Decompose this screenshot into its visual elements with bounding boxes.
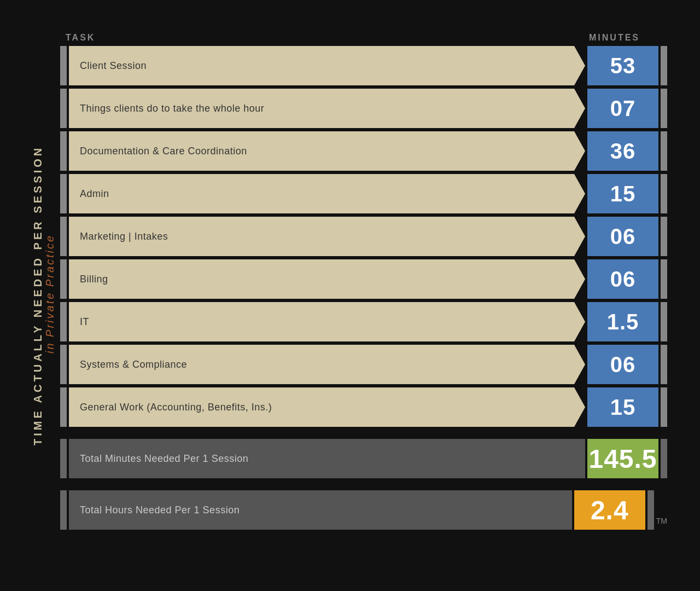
total-bar-body: Total Hours Needed Per 1 Session — [69, 490, 572, 530]
value-text: 06 — [610, 224, 636, 249]
total-value-box: 145.5 — [587, 439, 658, 478]
right-accent — [661, 345, 667, 384]
total-bar-label: Total Hours Needed Per 1 Session — [80, 505, 240, 516]
left-accent-total — [60, 490, 67, 530]
left-accent — [60, 46, 67, 85]
y-axis-label: TIME ACTUALLY NEEDED PER SESSION in Priv… — [27, 27, 60, 564]
bar-row: Marketing | Intakes 06 — [60, 217, 667, 256]
bar-body: IT — [69, 302, 585, 341]
bar-body: Systems & Compliance — [69, 345, 585, 384]
bar-label: Things clients do to take the whole hour — [80, 103, 264, 114]
left-accent — [60, 259, 67, 299]
right-accent-total — [661, 439, 667, 478]
left-accent — [60, 89, 67, 128]
value-box: 15 — [587, 387, 658, 427]
right-accent — [661, 89, 667, 128]
right-accent — [661, 217, 667, 256]
left-accent — [60, 345, 67, 384]
left-accent — [60, 217, 67, 256]
bar-label: Client Session — [80, 60, 147, 72]
total-bar-label: Total Minutes Needed Per 1 Session — [80, 453, 248, 465]
bar-row: IT 1.5 — [60, 302, 667, 341]
bar-row: Billing 06 — [60, 259, 667, 299]
value-box: 36 — [587, 131, 658, 171]
bar-body: Marketing | Intakes — [69, 217, 585, 256]
value-box: 06 — [587, 259, 658, 299]
right-accent — [661, 131, 667, 171]
total-bar-row: Total Hours Needed Per 1 Session 2.4 TM — [60, 490, 667, 530]
bar-label: Marketing | Intakes — [80, 231, 168, 242]
left-accent — [60, 174, 67, 213]
bar-label: Admin — [80, 188, 109, 200]
value-box: 53 — [587, 46, 658, 85]
value-text: 06 — [610, 352, 636, 377]
value-box: 1.5 — [587, 302, 658, 341]
right-accent-total — [648, 490, 654, 530]
right-accent — [661, 174, 667, 213]
bar-body: Admin — [69, 174, 585, 213]
value-text: 53 — [610, 54, 636, 78]
value-text: 36 — [610, 139, 636, 164]
tm-label: TM — [654, 517, 667, 530]
header-task: TASK — [66, 33, 589, 43]
value-text: 06 — [610, 267, 636, 292]
right-accent — [661, 46, 667, 85]
bar-label: IT — [80, 316, 89, 328]
value-text: 07 — [610, 96, 636, 121]
y-axis-upper: TIME ACTUALLY NEEDED PER SESSION — [32, 146, 44, 445]
bar-row: General Work (Accounting, Benefits, Ins.… — [60, 387, 667, 427]
header-row: TASK MINUTES — [60, 33, 667, 43]
bar-label: Systems & Compliance — [80, 359, 187, 370]
value-box: 07 — [587, 89, 658, 128]
value-box: 06 — [587, 217, 658, 256]
right-accent — [661, 259, 667, 299]
bar-label: General Work (Accounting, Benefits, Ins.… — [80, 402, 272, 413]
value-box: 15 — [587, 174, 658, 213]
left-accent — [60, 302, 67, 341]
bar-row: Things clients do to take the whole hour… — [60, 89, 667, 128]
left-accent — [60, 131, 67, 171]
value-text: 15 — [610, 182, 636, 206]
bar-row: Admin 15 — [60, 174, 667, 213]
bar-label: Documentation & Care Coordination — [80, 146, 247, 157]
total-bar-row: Total Minutes Needed Per 1 Session 145.5 — [60, 439, 667, 478]
value-box: 06 — [587, 345, 658, 384]
total-value-box: 2.4 — [574, 490, 645, 530]
left-accent-total — [60, 439, 67, 478]
bar-row: Systems & Compliance 06 — [60, 345, 667, 384]
bar-body: Client Session — [69, 46, 585, 85]
main-content: TASK MINUTES Client Session 53 Things cl… — [60, 27, 673, 564]
y-axis-lower: in Private Practice — [44, 234, 56, 354]
total-value-text: 2.4 — [591, 495, 629, 525]
value-text: 1.5 — [607, 310, 639, 334]
bar-row: Client Session 53 — [60, 46, 667, 85]
total-value-text: 145.5 — [588, 444, 657, 474]
bar-label: Billing — [80, 274, 108, 285]
left-accent — [60, 387, 67, 427]
bar-body: General Work (Accounting, Benefits, Ins.… — [69, 387, 585, 427]
right-accent — [661, 387, 667, 427]
chart-container: TIME ACTUALLY NEEDED PER SESSION in Priv… — [27, 27, 673, 564]
value-text: 15 — [610, 395, 636, 420]
total-bar-body: Total Minutes Needed Per 1 Session — [69, 439, 585, 478]
bar-body: Billing — [69, 259, 585, 299]
right-accent — [661, 302, 667, 341]
rows-area: Client Session 53 Things clients do to t… — [60, 46, 667, 558]
bar-body: Things clients do to take the whole hour — [69, 89, 585, 128]
bar-row: Documentation & Care Coordination 36 — [60, 131, 667, 171]
header-minutes: MINUTES — [589, 33, 640, 43]
bar-body: Documentation & Care Coordination — [69, 131, 585, 171]
